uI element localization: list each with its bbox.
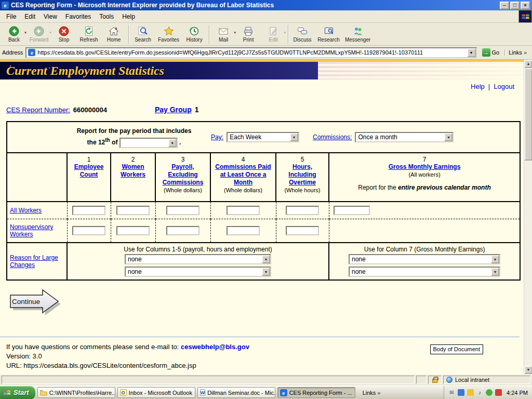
menubar: File Edit View Favorites Tools Help bbox=[0, 10, 532, 23]
maximize-button[interactable]: □ bbox=[510, 2, 520, 9]
col4-header: 4 Commissions Paid at Least Once a Month… bbox=[210, 153, 276, 202]
favorites-button[interactable]: Favorites bbox=[156, 24, 182, 45]
menu-view[interactable]: View bbox=[39, 11, 61, 22]
home-label: Home bbox=[107, 37, 121, 43]
menu-help[interactable]: Help bbox=[118, 11, 139, 22]
home-button[interactable]: Home bbox=[102, 24, 127, 45]
outlook-icon: O bbox=[120, 389, 127, 396]
links-menu[interactable]: Links » bbox=[504, 49, 530, 56]
vertical-scrollbar[interactable]: ▲ ▼ bbox=[524, 60, 532, 374]
contact-text: If you have questions or comments please… bbox=[6, 343, 181, 351]
dropdown-arrow-icon: ▼ bbox=[491, 268, 499, 276]
menu-tools[interactable]: Tools bbox=[95, 11, 118, 22]
col5-header: 5 Hours, Including Overtime (Whole hours… bbox=[276, 153, 329, 202]
titlebar: e CES Reporting Form - Microsoft Interne… bbox=[0, 0, 532, 10]
back-button[interactable]: Back ▼ bbox=[2, 24, 27, 45]
nonsupervisory-women-workers-input[interactable] bbox=[116, 226, 150, 235]
nonsupervisory-gross-earnings-empty-cell bbox=[329, 219, 520, 243]
menu-file[interactable]: File bbox=[2, 11, 20, 22]
taskbar-button-explorer[interactable]: C:\WINNT\Profiles\Harre... bbox=[37, 387, 115, 398]
menu-favorites[interactable]: Favorites bbox=[61, 11, 95, 22]
all-workers-gross-earnings-input[interactable] bbox=[334, 206, 370, 215]
reason-col7-select-2[interactable]: none▼ bbox=[349, 267, 500, 277]
menu-edit[interactable]: Edit bbox=[20, 11, 39, 22]
tray-icon[interactable] bbox=[495, 389, 502, 396]
mail-label: Mail bbox=[219, 37, 228, 43]
reason-cols15-select-2[interactable]: none▼ bbox=[125, 267, 271, 277]
col4-title-link[interactable]: Commissions Paid at Least Once a Month bbox=[212, 163, 274, 187]
col2-number: 2 bbox=[113, 156, 153, 163]
nonsupervisory-payroll-input[interactable] bbox=[166, 226, 200, 235]
commissions-link[interactable]: Commissions: bbox=[313, 134, 352, 141]
nonsupervisory-employee-count-input[interactable] bbox=[72, 226, 105, 235]
print-button[interactable]: Print bbox=[236, 24, 261, 45]
logout-link[interactable]: Logout bbox=[494, 83, 514, 90]
address-dropdown-icon[interactable]: ▼ bbox=[467, 48, 476, 57]
discuss-button[interactable]: Discuss bbox=[290, 24, 315, 45]
reason-for-large-changes-link[interactable]: Reason for Large Changes bbox=[10, 254, 58, 269]
taskbar-button-ie-active[interactable]: e CES Reporting Form - ... bbox=[277, 387, 355, 398]
scrollbar-thumb[interactable] bbox=[524, 68, 532, 161]
pay-group-link[interactable]: Pay Group bbox=[155, 105, 192, 114]
col3-title-link[interactable]: Payroll, Excluding Commissions bbox=[157, 163, 208, 187]
reason-col7-select-1[interactable]: none▼ bbox=[349, 254, 500, 264]
nonsupervisory-workers-link[interactable]: Nonsupervisory Workers bbox=[10, 223, 53, 238]
research-button[interactable]: Research bbox=[315, 24, 343, 45]
taskbar-links-toolbar[interactable]: Links » bbox=[363, 390, 381, 396]
pay-select[interactable]: Each Week▼ bbox=[227, 132, 299, 142]
all-workers-link[interactable]: All Workers bbox=[10, 207, 42, 214]
discuss-label: Discuss bbox=[294, 37, 312, 43]
refresh-button[interactable]: Refresh bbox=[77, 24, 102, 45]
nonsupervisory-commissions-input[interactable] bbox=[227, 226, 260, 235]
edit-button[interactable]: Edit ▼ bbox=[261, 24, 286, 45]
pay-link[interactable]: Pay: bbox=[211, 134, 223, 141]
nonsupervisory-hours-input[interactable] bbox=[286, 226, 319, 235]
zone-label: Local intranet bbox=[455, 377, 489, 383]
col5-title-link[interactable]: Hours, Including Overtime bbox=[278, 163, 327, 187]
taskbar-button-outlook[interactable]: O Inbox - Microsoft Outlook bbox=[117, 387, 195, 398]
pay-period-select[interactable]: ▼ bbox=[119, 138, 178, 148]
minimize-button[interactable]: ─ bbox=[500, 2, 509, 9]
start-button[interactable]: Start bbox=[0, 386, 35, 399]
tray-volume-icon[interactable]: ♪ bbox=[476, 389, 483, 396]
all-workers-employee-count-input[interactable] bbox=[72, 206, 105, 215]
all-workers-commissions-input[interactable] bbox=[227, 206, 260, 215]
pay-period-sup: th bbox=[105, 137, 110, 143]
commissions-select[interactable]: Once a month▼ bbox=[355, 132, 454, 142]
messenger-button[interactable]: Messenger bbox=[343, 24, 374, 45]
all-workers-women-workers-input[interactable] bbox=[116, 206, 150, 215]
taskbar-button-word[interactable]: W Dillman Seminar.doc - Mic... bbox=[197, 387, 275, 398]
scroll-up-icon[interactable]: ▲ bbox=[524, 60, 532, 68]
taskbar-clock[interactable]: 4:24 PM bbox=[504, 390, 528, 396]
search-button[interactable]: Search bbox=[131, 24, 156, 45]
continue-button[interactable]: Continue bbox=[8, 289, 64, 316]
tray-mail-icon[interactable]: ✉ bbox=[448, 389, 455, 396]
status-lock-pane bbox=[428, 376, 442, 384]
all-workers-payroll-input[interactable] bbox=[166, 206, 200, 215]
pay-block: Pay: Each Week▼ bbox=[211, 132, 299, 142]
reason-cols15-select-1[interactable]: none▼ bbox=[125, 254, 271, 264]
tray-icon[interactable] bbox=[458, 389, 464, 396]
col1-title-link[interactable]: Employee Count bbox=[69, 163, 109, 179]
go-button[interactable]: → Go bbox=[480, 48, 502, 57]
address-input[interactable]: e https://cesdata.bls.gov/CESLite/entryF… bbox=[25, 47, 476, 58]
contact-email-link[interactable]: ceswebhelp@bls.gov bbox=[181, 343, 249, 351]
history-button[interactable]: History bbox=[182, 24, 207, 45]
close-button[interactable]: × bbox=[521, 2, 530, 9]
commissions-block: Commissions: Once a month▼ bbox=[313, 132, 454, 142]
stop-button[interactable]: Stop bbox=[52, 24, 77, 45]
scroll-down-icon[interactable]: ▼ bbox=[524, 366, 532, 374]
col7-title-link[interactable]: Gross Monthly Earnings bbox=[331, 163, 518, 171]
tray-icon[interactable] bbox=[486, 389, 493, 396]
reason-row-label-cell: Reason for Large Changes bbox=[7, 243, 67, 280]
all-workers-hours-input[interactable] bbox=[286, 206, 319, 215]
forward-button[interactable]: Forward ▼ bbox=[27, 24, 52, 45]
help-link[interactable]: Help bbox=[471, 83, 485, 90]
edit-dropdown-icon[interactable]: ▼ bbox=[283, 31, 286, 34]
tray-icon[interactable] bbox=[467, 389, 474, 396]
col7-note-prefix: Report for the bbox=[358, 184, 398, 191]
footer-divider bbox=[0, 337, 520, 337]
mail-button[interactable]: Mail ▼ bbox=[211, 24, 236, 45]
ces-report-number-link[interactable]: CES Report Number: bbox=[6, 106, 70, 114]
col2-title-link[interactable]: Women Workers bbox=[113, 163, 153, 179]
